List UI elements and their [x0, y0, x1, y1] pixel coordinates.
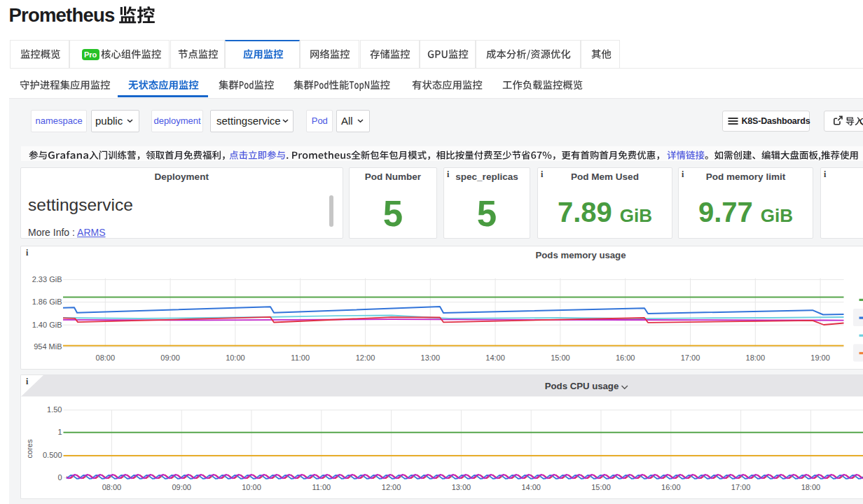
svg-text:16:00: 16:00 — [661, 483, 681, 491]
svg-text:13:00: 13:00 — [451, 483, 471, 491]
svg-text:17:00: 17:00 — [680, 353, 700, 361]
svg-text:17:00: 17:00 — [731, 483, 750, 491]
svg-text:14:00: 14:00 — [485, 353, 505, 361]
svg-text:18:00: 18:00 — [801, 483, 820, 491]
svg-text:18:00: 18:00 — [745, 353, 765, 361]
svg-text:Pods memory usage: Pods memory usage — [535, 250, 626, 260]
svg-text:0.500: 0.500 — [42, 450, 62, 458]
svg-text:15:00: 15:00 — [591, 483, 611, 491]
svg-text:08:00: 08:00 — [102, 483, 121, 491]
svg-text:09:00: 09:00 — [160, 353, 180, 361]
svg-text:12:00: 12:00 — [381, 483, 401, 491]
svg-text:1.50: 1.50 — [47, 405, 62, 414]
svg-text:15:00: 15:00 — [551, 353, 570, 361]
svg-text:cores: cores — [25, 439, 33, 458]
svg-text:08:00: 08:00 — [95, 353, 115, 361]
svg-text:i: i — [26, 248, 29, 258]
svg-text:10:00: 10:00 — [226, 353, 245, 361]
svg-text:954 MiB: 954 MiB — [34, 342, 62, 351]
svg-text:10:00: 10:00 — [242, 483, 261, 491]
svg-text:Pods CPU usage: Pods CPU usage — [544, 381, 619, 391]
svg-text:09:00: 09:00 — [172, 483, 191, 491]
svg-text:1.86 GiB: 1.86 GiB — [32, 298, 62, 306]
svg-text:14:00: 14:00 — [521, 483, 541, 491]
svg-text:11:00: 11:00 — [312, 483, 331, 491]
svg-text:13:00: 13:00 — [420, 353, 440, 361]
svg-text:1.40 GiB: 1.40 GiB — [32, 320, 62, 328]
svg-text:11:00: 11:00 — [291, 353, 310, 361]
svg-text:19:00: 19:00 — [810, 353, 830, 361]
svg-text:0: 0 — [57, 473, 62, 482]
svg-text:12:00: 12:00 — [355, 353, 375, 361]
svg-text:16:00: 16:00 — [615, 353, 635, 361]
svg-text:2.33 GiB: 2.33 GiB — [32, 274, 62, 283]
svg-text:1: 1 — [57, 428, 62, 436]
